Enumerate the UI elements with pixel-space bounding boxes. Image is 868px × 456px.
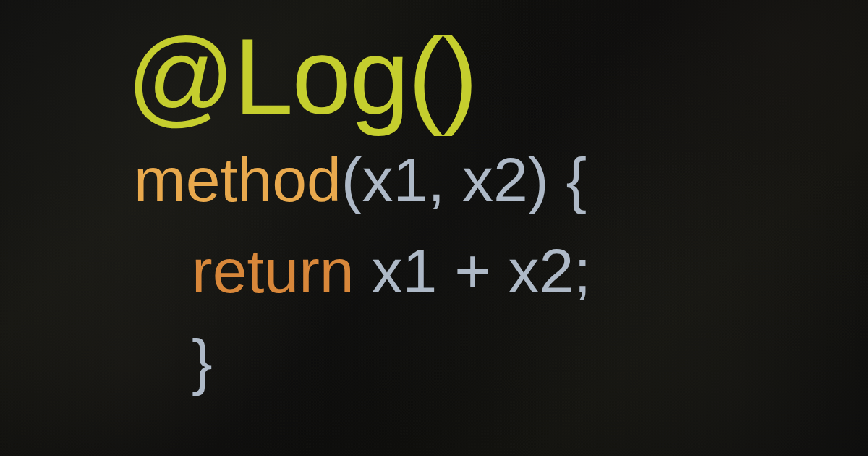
method-params: (x1, x2) { <box>341 145 587 214</box>
return-keyword: return <box>192 236 354 305</box>
decorator-line: @Log() <box>127 20 591 132</box>
return-expression: x1 + x2; <box>354 236 591 305</box>
return-line: return x1 + x2; <box>192 232 591 311</box>
method-signature-line: method(x1, x2) { <box>134 141 591 219</box>
closing-brace: } <box>192 326 213 396</box>
code-snippet: @Log() method(x1, x2) { return x1 + x2; … <box>127 20 591 401</box>
decorator-annotation: @Log() <box>127 17 477 136</box>
method-name: method <box>134 145 341 214</box>
closing-brace-line: } <box>192 323 591 401</box>
